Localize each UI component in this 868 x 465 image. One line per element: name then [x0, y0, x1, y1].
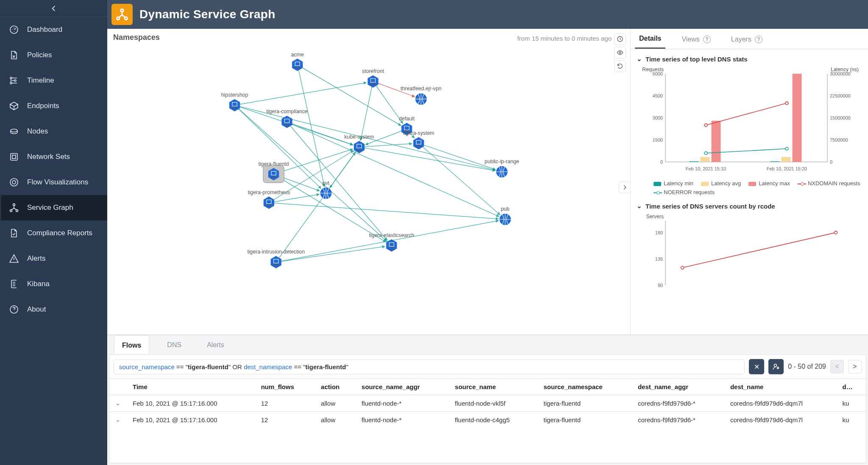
svg-text:ns: ns	[389, 245, 394, 251]
graph-node-tigera-fluentd[interactable]: nstigera-fluentd	[259, 161, 289, 183]
bar	[712, 121, 721, 162]
table-row[interactable]: ⌄Feb 10, 2021 @ 15:17:16.00012allowfluen…	[109, 412, 866, 428]
column-header[interactable]: num_flows	[255, 379, 315, 395]
graph-node-tigera-system[interactable]: nstigera-system	[403, 130, 434, 150]
details-tab-details[interactable]: Details	[635, 29, 665, 49]
graph-edge[interactable]	[419, 143, 495, 170]
graph-edge[interactable]	[276, 153, 355, 262]
svg-text:Feb 10, 2021 15:20: Feb 10, 2021 15:20	[767, 166, 807, 171]
sidebar-item-label: Flow Visualizations	[27, 178, 88, 187]
graph-edge[interactable]	[269, 203, 498, 219]
sidebar-item-label: Timeline	[27, 76, 54, 85]
legend-item: NOERROR requests	[654, 189, 715, 195]
graph-node-tigera-compliance[interactable]: nstigera-compliance	[266, 109, 307, 128]
table-row[interactable]: ⌄Feb 10, 2021 @ 15:17:16.00012allowfluen…	[109, 395, 866, 412]
endpoints-icon	[8, 100, 19, 111]
section-dns-servers-label: Time series of DNS servers count by rcod…	[645, 203, 775, 210]
graph-edge[interactable]	[361, 81, 373, 140]
svg-text:tigera-fluentd: tigera-fluentd	[259, 161, 289, 167]
column-header[interactable]: action	[315, 379, 356, 395]
graph-node-public-ip-range[interactable]: public-ip-range	[484, 159, 519, 178]
graph-node-pvt[interactable]: pvt	[320, 180, 332, 199]
sidebar-item-network-sets[interactable]: Network Sets	[0, 144, 107, 170]
sidebar-collapse-button[interactable]	[0, 0, 107, 17]
graph-edge[interactable]	[373, 81, 403, 123]
cell-source_namespace: tigera-fluentd	[537, 412, 632, 428]
graph-node-storefront[interactable]: nsstorefront	[362, 68, 384, 88]
user-filter-button[interactable]	[768, 359, 784, 374]
time-range-label: from 15 minutes to 0 minutes ago	[517, 33, 626, 42]
column-header[interactable]: d…	[837, 379, 866, 395]
graph-edge[interactable]	[298, 65, 325, 187]
main-area: Dynamic Service Graph Namespaces from 15…	[107, 0, 868, 465]
svg-text:ns: ns	[284, 122, 290, 128]
flows-filter-input[interactable]: source_namespace == "tigera-fluentd" OR …	[114, 359, 745, 374]
graph-edge[interactable]	[298, 65, 401, 125]
row-expand-button[interactable]: ⌄	[109, 395, 127, 412]
svg-text:storefront: storefront	[362, 68, 384, 74]
graph-node-acme[interactable]: nsacme	[291, 52, 304, 71]
sidebar-item-flow-viz[interactable]: Flow Visualizations	[0, 170, 107, 195]
sidebar-item-alerts[interactable]: Alerts	[0, 246, 107, 271]
column-header[interactable]: dest_name_aggr	[632, 379, 724, 395]
svg-point-6	[10, 178, 18, 186]
details-tab-views[interactable]: Views ?	[677, 29, 715, 49]
cell-action: allow	[315, 412, 356, 428]
graph-node-threatfeed[interactable]: threatfeed.ejr-vpn	[401, 86, 442, 105]
pager-prev-button[interactable]: <	[830, 360, 844, 373]
sidebar-item-timeline[interactable]: Timeline	[0, 68, 107, 93]
svg-point-1	[10, 77, 12, 79]
svg-text:acme: acme	[291, 52, 304, 58]
sidebar-item-dashboard[interactable]: Dashboard	[0, 17, 107, 42]
cell-dest_name: coredns-f9fd979d6-dqm7l	[724, 395, 837, 412]
pager: 0 - 50 of 209 < >	[788, 360, 862, 373]
svg-text:3000: 3000	[653, 115, 663, 120]
graph-node-tigera-elasticsearch[interactable]: nstigera-elasticsearch	[369, 232, 414, 252]
svg-point-87	[774, 364, 777, 367]
svg-text:kube-system: kube-system	[345, 134, 374, 140]
svg-text:public-ip-range: public-ip-range	[484, 159, 519, 164]
filter-field-2: dest_namespace	[244, 363, 292, 370]
graph-node-tigera-prometheus[interactable]: nstigera-prometheus	[248, 189, 290, 209]
pager-next-button[interactable]: >	[848, 360, 862, 373]
graph-edge[interactable]	[276, 220, 498, 262]
column-header[interactable]: dest_name	[724, 379, 837, 395]
column-header[interactable]: source_name_aggr	[356, 379, 449, 395]
sidebar-item-policies[interactable]: Policies	[0, 42, 107, 68]
svg-text:180: 180	[655, 230, 663, 235]
graph-edge[interactable]	[269, 194, 319, 203]
graph-node-pub[interactable]: pub	[499, 206, 511, 225]
sidebar-item-endpoints[interactable]: Endpoints	[0, 93, 107, 119]
bar	[782, 157, 791, 162]
namespace-graph[interactable]: nsacmensstorefrontthreatfeed.ejr-vpnnshi…	[107, 46, 630, 359]
graph-section-label: Namespaces	[113, 33, 160, 42]
svg-point-85	[681, 266, 684, 269]
compliance-icon	[8, 228, 19, 239]
sidebar-item-nodes[interactable]: Nodes	[0, 119, 107, 144]
kibana-icon	[8, 278, 19, 290]
graph-pane[interactable]: Namespaces from 15 minutes to 0 minutes …	[107, 29, 631, 334]
sidebar: DashboardPoliciesTimelineEndpointsNodesN…	[0, 0, 107, 465]
column-header[interactable]: source_namespace	[537, 379, 632, 395]
sidebar-item-kibana[interactable]: Kibana	[0, 271, 107, 297]
time-range-button[interactable]	[614, 33, 626, 45]
help-icon: ?	[703, 36, 711, 43]
section-dns-stats[interactable]: ⌄ Time series of top level DNS stats	[637, 55, 862, 63]
cell-source_name: fluentd-node-vkl5f	[449, 395, 537, 412]
details-tab-layers[interactable]: Layers ?	[727, 29, 767, 49]
section-dns-servers[interactable]: ⌄ Time series of DNS servers count by rc…	[637, 202, 862, 210]
column-header[interactable]: Time	[127, 379, 255, 395]
graph-edge[interactable]	[419, 143, 500, 215]
nodes-icon	[8, 126, 19, 137]
graph-edge[interactable]	[287, 122, 499, 217]
sidebar-item-label: Compliance Reports	[27, 229, 92, 237]
sidebar-item-compliance[interactable]: Compliance Reports	[0, 220, 107, 246]
sidebar-item-about[interactable]: About	[0, 297, 107, 322]
column-header[interactable]: source_name	[449, 379, 537, 395]
sidebar-item-service-graph[interactable]: Service Graph	[0, 195, 107, 220]
dns-stats-legend: Latency minLatency avgLatency maxNXDOMAI…	[637, 178, 862, 200]
row-expand-button[interactable]: ⌄	[109, 412, 127, 428]
svg-point-8	[13, 204, 15, 206]
legend-item: Latency avg	[701, 180, 741, 187]
clear-filter-button[interactable]: ✕	[749, 359, 764, 374]
